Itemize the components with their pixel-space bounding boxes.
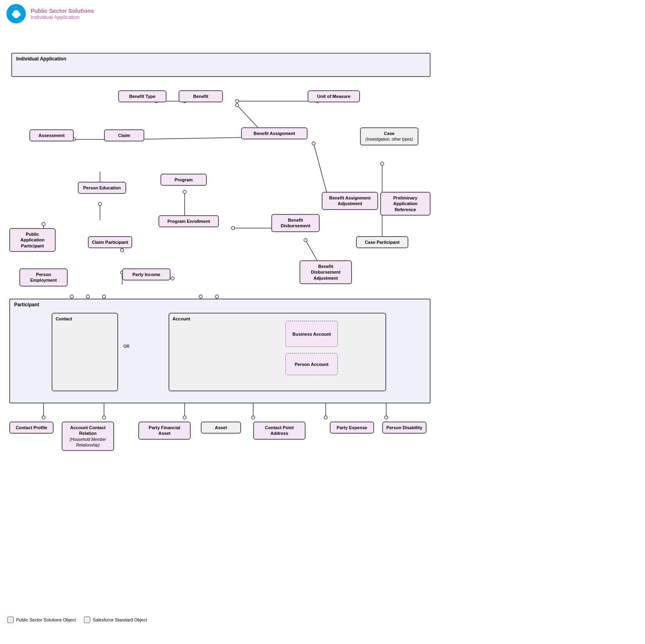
svg-point-69: [199, 295, 202, 298]
unit-of-measure-box: Unit of Measure: [308, 90, 360, 102]
benefit-assignment-box: Benefit Assignment: [241, 127, 308, 139]
case-participant-box: Case Participant: [356, 236, 408, 248]
program-box: Program: [160, 174, 207, 186]
svg-point-34: [183, 190, 186, 193]
svg-point-67: [86, 295, 89, 298]
legend-standard-box: [84, 617, 90, 623]
svg-point-66: [70, 295, 73, 298]
benefit-disbursement-box: Benefit Disbursement: [271, 214, 320, 232]
account-contact-relation-box: Account Contact Relation (Household Memb…: [62, 422, 114, 451]
svg-point-84: [385, 416, 388, 419]
benefit-assignment-adjustment-box: Benefit Assignment Adjustment: [322, 192, 378, 210]
header-text: Public Sector Solutions Individual Appli…: [31, 8, 94, 20]
case-box: Case (Investigation, other types): [360, 127, 418, 145]
svg-point-25: [235, 100, 239, 103]
contact-profile-box: Contact Profile: [9, 422, 54, 434]
svg-point-37: [231, 226, 235, 230]
party-income-box: Party Income: [122, 268, 171, 280]
svg-point-53: [42, 222, 45, 226]
svg-point-3: [13, 14, 19, 18]
program-enrollment-box: Program Enrollment: [158, 215, 219, 227]
svg-point-22: [235, 104, 239, 107]
svg-point-56: [121, 249, 124, 252]
benefit-box: Benefit: [179, 90, 223, 102]
header-subtitle: Individual Application: [31, 14, 94, 20]
svg-point-83: [324, 416, 327, 419]
contact-point-address-box: Contact Point Address: [253, 422, 306, 440]
legend: Public Sector Solutions Object Salesforc…: [7, 617, 147, 623]
svg-point-43: [304, 239, 307, 242]
svg-point-68: [102, 295, 106, 298]
svg-point-70: [215, 295, 218, 298]
claim-box: Claim: [104, 129, 144, 141]
or-label: OR: [123, 344, 129, 349]
svg-point-80: [102, 416, 106, 419]
header-title: Public Sector Solutions: [31, 8, 94, 14]
individual-application-box: Individual Application: [11, 53, 431, 77]
benefit-disbursement-adjustment-box: Benefit Disbursement Adjustment: [300, 260, 352, 284]
party-expense-box: Party Expense: [330, 422, 374, 434]
assessment-box: Assessment: [29, 129, 74, 141]
svg-point-50: [98, 202, 102, 206]
person-education-box: Person Education: [78, 182, 126, 194]
public-app-participant-box: Public Application Participant: [9, 228, 56, 252]
svg-point-79: [42, 416, 45, 419]
svg-point-46: [381, 162, 384, 165]
benefit-type-box: Benefit Type: [118, 90, 166, 102]
claim-participant-box: Claim Participant: [88, 236, 132, 248]
legend-standard: Salesforce Standard Object: [84, 617, 147, 623]
party-financial-asset-box: Party Financial Asset: [138, 422, 191, 440]
app-header: Public Sector Solutions Individual Appli…: [0, 0, 443, 27]
svg-line-27: [128, 137, 245, 139]
contact-box: Contact: [52, 313, 118, 391]
person-disability-box: Person Disability: [382, 422, 427, 434]
legend-public: Public Sector Solutions Object: [7, 617, 76, 623]
svg-point-82: [252, 416, 255, 419]
business-account-box: Business Account: [285, 321, 338, 347]
preliminary-app-reference-box: Preliminary Application Reference: [380, 192, 431, 216]
diagram-area: Individual Application Benefit Type Bene…: [3, 31, 439, 627]
person-account-box: Person Account: [285, 353, 338, 375]
svg-point-60: [171, 277, 174, 280]
asset-box: Asset: [201, 422, 241, 434]
legend-public-box: [7, 617, 14, 623]
salesforce-logo: [6, 4, 26, 23]
svg-point-81: [183, 416, 186, 419]
svg-point-40: [312, 142, 315, 145]
account-box: Account: [169, 313, 386, 391]
person-employment-box: Person Employment: [19, 268, 68, 287]
